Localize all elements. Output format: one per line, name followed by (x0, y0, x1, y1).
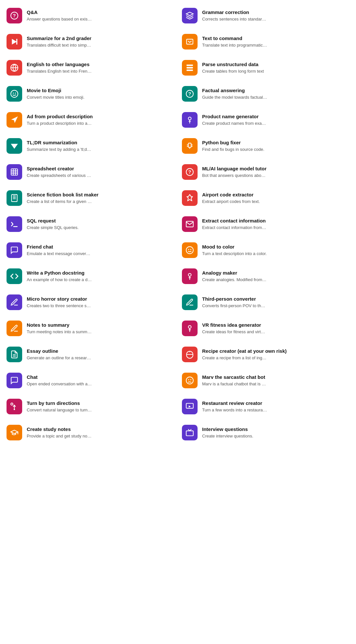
title-recipe-creator: Recipe creator (eat at your own risk) (202, 348, 287, 354)
title-mood-to-color: Mood to color (202, 244, 267, 250)
card-interview-questions[interactable]: Interview questionsCreate interview ques… (179, 420, 353, 445)
desc-friend-chat: Emulate a text message conversation. (27, 251, 92, 257)
card-micro-horror[interactable]: Micro horror story creatorCreates two to… (3, 290, 177, 315)
icon-vr-fitness-idea (182, 321, 198, 336)
card-marv-sarcastic[interactable]: Marv the sarcastic chat botMarv is a fac… (179, 368, 353, 393)
icon-friend-chat (7, 242, 22, 258)
svg-point-11 (13, 93, 14, 93)
card-english-to-other[interactable]: English to other languagesTranslates Eng… (3, 55, 177, 80)
card-ad-from-product[interactable]: Ad from product descriptionTurn a produc… (3, 107, 177, 132)
card-product-name-generator[interactable]: Product name generatorCreate product nam… (179, 107, 353, 132)
title-grammar-correction: Grammar correction (202, 9, 267, 16)
title-python-bug-fixer: Python bug fixer (202, 139, 264, 146)
desc-create-study-notes: Provide a topic and get study notes. (27, 433, 92, 439)
desc-extract-contact: Extract contact information from a block… (202, 225, 267, 231)
title-qa: Q&A (27, 9, 92, 16)
card-friend-chat[interactable]: Friend chatEmulate a text message conver… (3, 238, 177, 263)
svg-point-37 (186, 247, 193, 254)
svg-rect-19 (188, 143, 191, 147)
icon-parse-unstructured (182, 60, 198, 76)
icon-spreadsheet-creator (7, 164, 22, 180)
card-essay-outline[interactable]: Essay outlineGenerate an outline for a r… (3, 342, 177, 367)
desc-restaurant-review: Turn a few words into a restaurant revie… (202, 407, 267, 413)
desc-mood-to-color: Turn a text description into a color. (202, 251, 267, 257)
desc-python-bug-fixer: Find and fix bugs in source code. (202, 147, 264, 152)
title-text-to-command: Text to command (202, 35, 267, 42)
title-factual-answering: Factual answering (202, 87, 267, 94)
desc-factual-answering: Guide the model towards factual answerin… (202, 94, 267, 100)
card-notes-to-summary[interactable]: Notes to summaryTurn meeting notes into … (3, 316, 177, 341)
card-python-docstring[interactable]: Write a Python docstringAn example of ho… (3, 264, 177, 289)
card-python-bug-fixer[interactable]: Python bug fixerFind and fix bugs in sou… (179, 134, 353, 158)
desc-grammar-correction: Corrects sentences into standard English… (202, 16, 267, 22)
title-summarize-2nd-grader: Summarize for a 2nd grader (27, 35, 92, 42)
title-tldr-summarization: TL;DR summarization (27, 139, 92, 146)
card-tldr-summarization[interactable]: TL;DR summarizationSummarize text by add… (3, 134, 177, 158)
card-qa[interactable]: ?Q&AAnswer questions based on existing k… (3, 3, 177, 28)
icon-science-fiction-book (7, 190, 22, 206)
icon-analogy-maker (182, 268, 198, 284)
desc-ad-from-product: Turn a product description into ad copy. (27, 121, 92, 126)
desc-chat: Open ended conversation with an AI assis… (27, 381, 92, 387)
card-chat[interactable]: ChatOpen ended conversation with an AI a… (3, 368, 177, 393)
icon-sql-request (7, 216, 22, 232)
card-spreadsheet-creator[interactable]: Spreadsheet creatorCreate spreadsheets o… (3, 160, 177, 184)
card-text-to-command[interactable]: Text to commandTranslate text into progr… (179, 29, 353, 54)
icon-movie-to-emoji (7, 86, 22, 102)
card-third-person-converter[interactable]: Third-person converterConverts first-per… (179, 290, 353, 315)
desc-summarize-2nd-grader: Translates difficult text into simpler c… (27, 42, 92, 48)
desc-analogy-maker: Create analogies. Modified from a commun… (202, 277, 267, 283)
title-create-study-notes: Create study notes (27, 426, 92, 433)
card-movie-to-emoji[interactable]: Movie to EmojiConvert movie titles into … (3, 81, 177, 106)
card-create-study-notes[interactable]: Create study notesProvide a topic and ge… (3, 420, 177, 445)
icon-recipe-creator (182, 347, 198, 362)
desc-parse-unstructured: Create tables from long form text (202, 68, 264, 74)
title-science-fiction-book: Science fiction book list maker (27, 192, 98, 198)
card-recipe-creator[interactable]: Recipe creator (eat at your own risk)Cre… (179, 342, 353, 367)
icon-python-bug-fixer (182, 138, 198, 154)
icon-qa: ? (7, 8, 22, 23)
card-parse-unstructured[interactable]: Parse unstructured dataCreate tables fro… (179, 55, 353, 80)
desc-airport-code-extractor: Extract airport codes from text. (202, 199, 260, 205)
desc-tldr-summarization: Summarize text by adding a 'tl;dr:' to t… (27, 147, 92, 152)
card-sql-request[interactable]: SQL requestCreate simple SQL queries. (3, 212, 177, 236)
card-restaurant-review[interactable]: Restaurant review creatorTurn a few word… (179, 394, 353, 419)
desc-qa: Answer questions based on existing knowl… (27, 16, 92, 22)
card-science-fiction-book[interactable]: Science fiction book list makerCreate a … (3, 186, 177, 210)
icon-chat (7, 373, 22, 388)
card-turn-by-turn[interactable]: Turn by turn directionsConvert natural l… (3, 394, 177, 419)
svg-rect-4 (186, 39, 193, 44)
svg-text:?: ? (188, 91, 191, 96)
card-mood-to-color[interactable]: Mood to colorTurn a text description int… (179, 238, 353, 263)
svg-point-10 (11, 90, 18, 97)
icon-restaurant-review (182, 399, 198, 414)
icon-product-name-generator (182, 112, 198, 128)
icon-ad-from-product (7, 112, 22, 128)
desc-science-fiction-book: Create a list of items for a given topic… (27, 199, 92, 205)
title-product-name-generator: Product name generator (202, 113, 267, 120)
svg-point-40 (188, 273, 191, 276)
title-ml-ai-tutor: ML/AI language model tutor (202, 165, 267, 172)
icon-grammar-correction (182, 8, 198, 23)
title-analogy-maker: Analogy maker (202, 270, 267, 276)
svg-marker-18 (11, 144, 18, 149)
desc-sql-request: Create simple SQL queries. (27, 225, 79, 231)
card-vr-fitness-idea[interactable]: VR fitness idea generatorCreate ideas fo… (179, 316, 353, 341)
svg-rect-55 (186, 431, 193, 436)
title-third-person-converter: Third-person converter (202, 296, 267, 302)
desc-interview-questions: Create interview questions. (202, 433, 253, 439)
card-ml-ai-tutor[interactable]: ?ML/AI language model tutorBot that answ… (179, 160, 353, 184)
card-grammar-correction[interactable]: Grammar correctionCorrects sentences int… (179, 3, 353, 28)
svg-marker-2 (12, 39, 17, 44)
card-airport-code-extractor[interactable]: Airport code extractorExtract airport co… (179, 186, 353, 210)
title-micro-horror: Micro horror story creator (27, 296, 92, 302)
title-movie-to-emoji: Movie to Emoji (27, 87, 84, 94)
svg-point-43 (188, 325, 191, 328)
card-factual-answering[interactable]: ?Factual answeringGuide the model toward… (179, 81, 353, 106)
card-analogy-maker[interactable]: Analogy makerCreate analogies. Modified … (179, 264, 353, 289)
svg-rect-53 (186, 403, 193, 408)
card-summarize-2nd-grader[interactable]: Summarize for a 2nd graderTranslates dif… (3, 29, 177, 54)
title-python-docstring: Write a Python docstring (27, 270, 92, 276)
card-extract-contact[interactable]: Extract contact informationExtract conta… (179, 212, 353, 236)
svg-point-15 (188, 117, 191, 120)
